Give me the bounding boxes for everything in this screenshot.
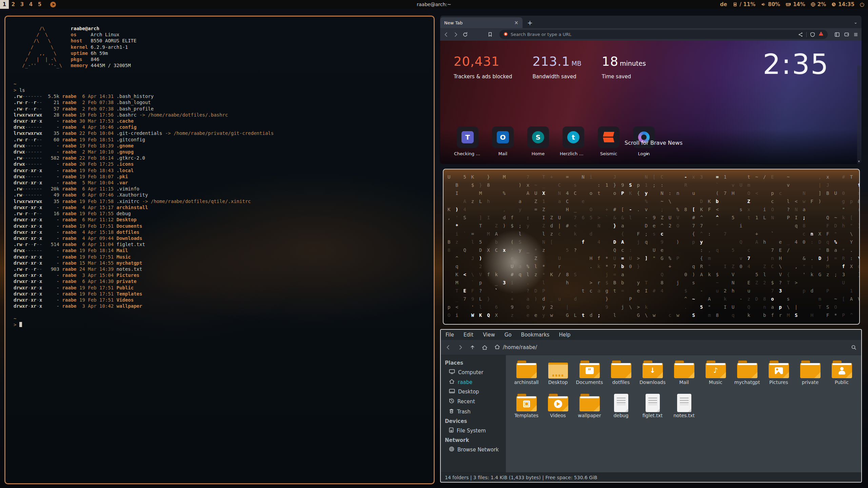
new-tab-button[interactable]: + [522,17,537,28]
outlook-icon: O [497,131,509,143]
top-site-mail[interactable]: OMail [489,126,516,156]
file-item-desktop[interactable]: Desktop [542,359,574,392]
file-manager-window: FileEditViewGoBookmarksHelp /home/raabe/… [440,329,862,483]
file-item-wallpaper[interactable]: wallpaper [574,392,605,425]
fm-menu-view[interactable]: View [483,332,495,338]
url-placeholder: Search Brave or type a URL [511,32,795,37]
folder-downloads-icon: ↓ [643,359,663,380]
fm-sidebar-item-computer[interactable]: Computer [441,367,506,377]
fm-up-icon[interactable] [470,345,475,350]
wallet-icon[interactable] [844,32,849,37]
fm-menu-bookmarks[interactable]: Bookmarks [521,332,550,338]
divider [806,32,807,37]
folder-icon [800,359,821,380]
tab-bar: New Tab × + ⌄ [440,16,862,28]
matrix-terminal-window[interactable]: U 5 K } M 7 T + = N i J N [ C - x 3 = 1 … [443,169,860,325]
fm-back-icon[interactable] [446,345,451,350]
fm-sidebar-item-desktop[interactable]: Desktop [441,387,506,396]
brave-news-chevron-icon[interactable]: ⌄ [645,150,649,156]
file-item-mail[interactable]: Mail [668,359,700,392]
fm-sidebar-item-file-system[interactable]: File System [441,426,506,436]
top-site-home[interactable]: SHome [525,126,552,156]
file-item-pictures[interactable]: Pictures [763,359,794,392]
folder-desktop-icon [548,359,568,380]
url-bar[interactable]: Search Brave or type a URL [499,30,828,39]
fm-sidebar-item-recent[interactable]: Recent [441,396,506,407]
fm-forward-icon[interactable] [458,345,463,350]
file-item-documents[interactable]: ”Documents [574,359,605,392]
fm-path-bar[interactable]: /home/raabe/ [494,344,844,351]
file-item-downloads[interactable]: ↓Downloads [637,359,668,392]
fm-menu-file[interactable]: File [446,332,454,338]
tab-search-chevron-icon[interactable]: ⌄ [854,20,857,25]
file-item-private[interactable]: private [794,359,826,392]
tab-close-icon[interactable]: × [514,20,518,26]
fm-status-bar: 14 folders | 3 files: 1.4 KiB (1,433 byt… [441,472,861,482]
top-site-checking-y-[interactable]: TChecking y… [454,126,481,156]
fm-search-icon[interactable] [851,345,856,350]
shield-stat: 20,431Trackers & ads blocked [454,54,512,80]
folder-public-icon [832,359,852,380]
top-site-herzlich-will-[interactable]: tHerzlich will… [560,126,587,156]
fm-path-text: /home/raabe/ [503,344,537,350]
fm-sidebar-header: Devices [441,417,506,426]
browser-window: New Tab × + ⌄ Search Brave or type a URL [440,16,862,164]
browser-toolbar: Search Brave or type a URL [440,28,862,41]
trash-icon [449,408,454,415]
folder-templates-icon [516,392,537,413]
scrollbar[interactable] [857,66,862,164]
text-file-icon [677,392,691,413]
fm-menu-go[interactable]: Go [505,332,512,338]
fm-file-grid: archinstallDesktop”Documentsdotfiles↓Dow… [506,355,861,472]
file-item-public[interactable]: Public [826,359,857,392]
desktop: 12345 raabe@arch:~ de / 11%80%14%2%14:35… [0,0,868,488]
text-file-icon [614,392,628,413]
status-bar: 12345 raabe@arch:~ de / 11%80%14%2%14:35 [0,0,868,9]
fm-menu-help[interactable]: Help [559,332,570,338]
top-site-seismic[interactable]: Seismic [595,126,622,156]
file-item-music[interactable]: ♪Music [700,359,731,392]
recent-icon [449,398,454,405]
fm-sidebar-item-trash[interactable]: Trash [441,407,506,417]
folder-music-icon: ♪ [706,359,726,380]
terminal-window[interactable]: /\ raabe@arch / \ os Arch Linux /\ \ hos… [4,16,435,484]
drive-icon [449,427,454,434]
matrix-output: U 5 K } M 7 T + = N i J N [ C - x 3 = 1 … [443,169,859,323]
file-item-debug[interactable]: debug [605,392,637,425]
sidebar-toggle-icon[interactable] [834,32,840,37]
shields-icon[interactable] [810,32,815,37]
file-item-dotfiles[interactable]: dotfiles [605,359,637,392]
fm-sidebar-item-browse-network[interactable]: Browse Network [441,445,506,455]
brave-rewards-icon[interactable] [818,31,824,38]
file-item-videos[interactable]: Videos [542,392,574,425]
fm-path-home-icon [494,344,500,351]
new-tab-page: 20,431Trackers & ads blocked213.1MBBandw… [440,41,862,164]
file-item-archinstall[interactable]: archinstall [511,359,542,392]
text-file-icon [646,392,660,413]
fm-sidebar-header: Places [441,359,506,367]
file-item-notes-txt[interactable]: notes.txt [668,392,700,425]
computer-icon [449,369,455,375]
bookmark-icon[interactable] [488,32,493,37]
teams-icon: T [461,131,474,143]
back-icon[interactable] [443,32,449,37]
tumblr-icon: t [567,131,579,143]
reload-icon[interactable] [462,32,468,37]
folder-icon [611,359,631,380]
tab-new-tab[interactable]: New Tab × [440,17,522,28]
share-icon[interactable] [798,32,803,37]
file-item-templates[interactable]: Templates [511,392,542,425]
fm-menu-edit[interactable]: Edit [463,332,473,338]
fm-home-icon[interactable] [482,345,488,350]
fm-sidebar-header: Network [441,436,506,445]
forward-icon[interactable] [453,32,458,37]
terminal-output: /\ raabe@arch / \ os Arch Linux /\ \ hos… [5,17,434,337]
brave-news-label[interactable]: Scroll for Brave News [625,140,683,146]
file-item-mychatgpt[interactable]: mychatgpt [731,359,763,392]
folder-icon [737,359,757,380]
seismic-icon [604,131,614,143]
file-item-figlet-txt[interactable]: figlet.txt [637,392,668,425]
fm-sidebar-item-raabe[interactable]: raabe [441,377,506,387]
menu-icon[interactable] [853,32,858,37]
fm-menubar: FileEditViewGoBookmarksHelp [441,330,861,340]
